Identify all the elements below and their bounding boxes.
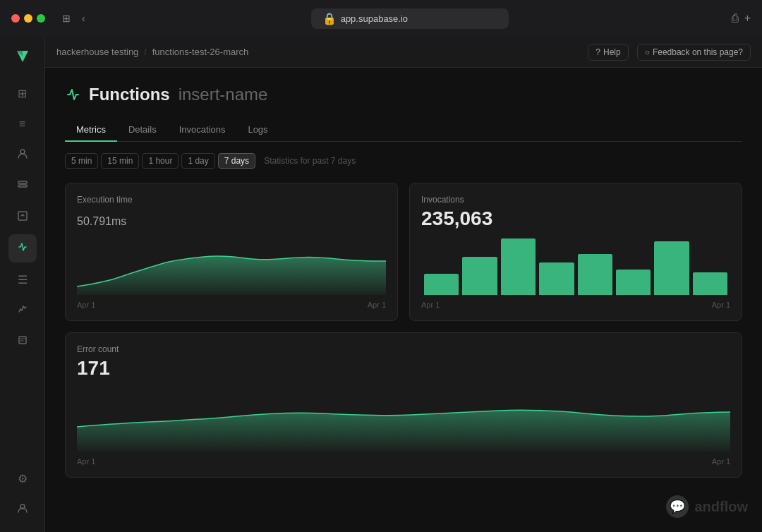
nav-bar: hackerhouse testing / functions-test-26-…: [45, 37, 762, 68]
page-title: Functions: [89, 85, 170, 104]
sidebar-bottom: ⚙: [8, 464, 37, 524]
breadcrumb: hackerhouse testing / functions-test-26-…: [56, 47, 248, 57]
page-icon: [65, 87, 80, 102]
execution-time-unit: ms: [111, 215, 126, 227]
sidebar-item-account[interactable]: [8, 495, 37, 524]
address-bar-container: 🔒 app.supabase.io: [97, 8, 723, 29]
svg-rect-4: [18, 212, 27, 220]
charts-grid: Execution time 50.791ms: [65, 183, 742, 321]
minimize-button[interactable]: [24, 14, 32, 23]
home-icon: ⊞: [18, 87, 27, 100]
bar-8: [693, 272, 727, 295]
sidebar-item-auth[interactable]: [8, 141, 37, 169]
error-count-card: Error count 171 A: [65, 332, 742, 478]
page: Functions insert-name Metrics Details In…: [45, 68, 762, 532]
traffic-lights: [11, 14, 45, 23]
bar-3: [501, 238, 536, 295]
sidebar: ⊞ ≡: [0, 37, 45, 532]
breadcrumb-current[interactable]: functions-test-26-march: [152, 47, 249, 57]
time-filters: 5 min 15 min 1 hour 1 day 7 days Statist…: [65, 153, 742, 169]
tab-details[interactable]: Details: [117, 119, 168, 142]
tab-metrics[interactable]: Metrics: [65, 119, 117, 142]
tabs: Metrics Details Invocations Logs: [65, 119, 742, 142]
invocations-bar-chart: [421, 238, 730, 295]
close-button[interactable]: [11, 14, 20, 23]
svg-rect-2: [18, 185, 27, 187]
inv-date-end: Apr 1: [712, 301, 730, 309]
error-date-start: Apr 1: [77, 457, 95, 466]
nav-bar-right: ? Help ○ Feedback on this page?: [588, 44, 751, 61]
execution-time-chart: [77, 238, 386, 295]
maximize-button[interactable]: [37, 14, 45, 23]
exec-date-end: Apr 1: [368, 301, 386, 309]
feedback-label: Feedback on this page?: [653, 47, 743, 57]
sidebar-item-storage[interactable]: [8, 172, 37, 200]
sidebar-toggle-button[interactable]: ⊞: [59, 11, 73, 25]
sidebar-item-realtime[interactable]: [8, 203, 37, 231]
execution-time-card: Execution time 50.791ms: [65, 183, 398, 321]
titlebar: ⊞ ‹ 🔒 app.supabase.io ⎙ +: [0, 0, 762, 37]
execution-time-value: 50.791ms: [77, 207, 386, 230]
sidebar-item-home[interactable]: ⊞: [8, 79, 37, 107]
execution-time-label: Execution time: [77, 195, 386, 205]
share-button[interactable]: ⎙: [732, 12, 739, 25]
bar-4: [539, 262, 574, 295]
lock-icon: 🔒: [322, 12, 337, 25]
help-label: Help: [603, 47, 621, 57]
account-icon: [17, 502, 28, 516]
error-count-value: 171: [77, 357, 730, 380]
sidebar-item-edge-functions[interactable]: [8, 234, 37, 262]
logs-icon: [17, 334, 28, 349]
invocations-card: Invocations 235,063 Apr 1 Apr: [409, 183, 742, 321]
sidebar-item-reports[interactable]: [8, 296, 37, 325]
url-text: app.supabase.io: [341, 13, 408, 24]
time-filter-1day[interactable]: 1 day: [181, 153, 214, 169]
svg-rect-1: [18, 181, 27, 183]
time-filter-15min[interactable]: 15 min: [101, 153, 139, 169]
invocations-value: 235,063: [421, 207, 730, 230]
tab-logs[interactable]: Logs: [236, 119, 279, 142]
bar-5: [578, 254, 612, 295]
page-header: Functions insert-name: [65, 85, 742, 104]
sidebar-logo[interactable]: [11, 45, 34, 68]
titlebar-right-controls: ⎙ +: [732, 12, 751, 25]
sidebar-item-settings[interactable]: ⚙: [8, 464, 37, 492]
main-content: hackerhouse testing / functions-test-26-…: [45, 37, 762, 532]
error-date-end: Apr 1: [712, 457, 730, 466]
time-filter-5min[interactable]: 5 min: [65, 153, 98, 169]
watermark: 💬 andflow: [666, 495, 748, 518]
settings-icon: ⚙: [18, 472, 28, 485]
nav-controls: ⊞ ‹: [59, 11, 88, 25]
time-filter-7days[interactable]: 7 days: [218, 153, 255, 169]
exec-date-start: Apr 1: [77, 301, 95, 309]
help-button[interactable]: ? Help: [588, 44, 628, 61]
breadcrumb-home[interactable]: hackerhouse testing: [56, 47, 138, 57]
sql-icon: ☰: [18, 273, 28, 286]
bar-2: [462, 257, 497, 295]
bar-1: [424, 274, 459, 295]
svg-point-0: [20, 150, 25, 154]
error-count-label: Error count: [77, 344, 730, 354]
sidebar-item-logs[interactable]: [8, 327, 37, 356]
tab-invocations[interactable]: Invocations: [168, 119, 237, 142]
app-container: ⊞ ≡: [0, 37, 762, 532]
execution-time-dates: Apr 1 Apr 1: [77, 301, 386, 309]
address-bar[interactable]: 🔒 app.supabase.io: [311, 8, 509, 29]
inv-date-start: Apr 1: [421, 301, 440, 309]
edge-functions-icon: [17, 241, 28, 255]
error-count-chart: [77, 388, 730, 452]
stats-label: Statistics for past 7 days: [264, 156, 356, 166]
table-icon: ≡: [19, 118, 25, 131]
new-tab-button[interactable]: +: [744, 12, 751, 25]
watermark-icon: 💬: [666, 495, 689, 518]
invocations-label: Invocations: [421, 195, 730, 205]
error-dates: Apr 1 Apr 1: [77, 457, 730, 466]
back-button[interactable]: ‹: [79, 11, 88, 25]
sidebar-item-table-editor[interactable]: ≡: [8, 110, 37, 138]
breadcrumb-separator: /: [144, 47, 146, 57]
sidebar-item-sql[interactable]: ☰: [8, 265, 37, 294]
help-icon: ?: [595, 47, 600, 57]
feedback-button[interactable]: ○ Feedback on this page?: [637, 44, 751, 61]
time-filter-1hour[interactable]: 1 hour: [142, 153, 179, 169]
realtime-icon: [17, 210, 28, 224]
